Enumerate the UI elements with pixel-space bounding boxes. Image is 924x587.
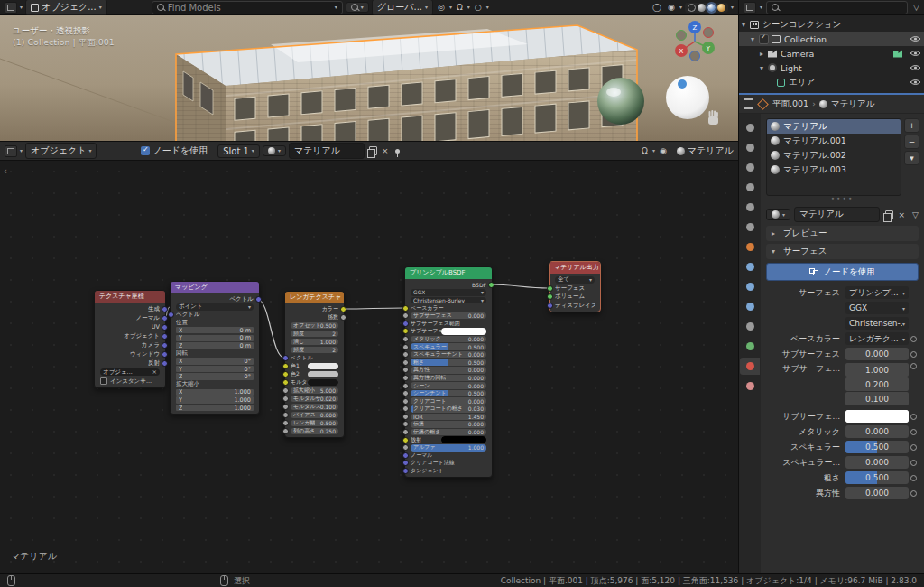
visibility-eye-icon[interactable] (910, 50, 921, 57)
node-row[interactable]: アルファ アルファ 1.000 (405, 443, 492, 452)
node-socket[interactable] (402, 437, 409, 443)
node-field[interactable]: オフセット 0.500 (291, 322, 338, 330)
list-resize-grip[interactable]: ∙∙∙∙ (766, 196, 919, 203)
transform-orientation-dropdown[interactable]: グローバ...▾ (372, 0, 433, 15)
node-row[interactable]: ノーマル ノーマル (405, 452, 492, 460)
node-header[interactable]: レンガテクスチャ (285, 292, 344, 303)
node-row[interactable]: サブサーフェス範囲 サブサーフェス範囲 (405, 320, 492, 328)
node-field[interactable]: X 0° (176, 358, 254, 365)
preview-panel-header[interactable]: ▸ プレビュー (766, 226, 919, 241)
property-field[interactable]: レンガテク... (845, 332, 909, 345)
property-field[interactable]: プリンシプ... (845, 286, 909, 299)
node-row[interactable]: カラー カラー (285, 305, 344, 313)
overlays-icon[interactable]: ◉ (666, 3, 677, 12)
node-row[interactable]: Y Y 0 m (171, 334, 259, 342)
search-filter-button[interactable]: ▾ (346, 2, 369, 13)
vector-field[interactable]: 0.200 (845, 377, 909, 391)
node-row[interactable]: 放射 放射 (405, 436, 492, 444)
node-row[interactable]: 頻度 頻度 2 (285, 346, 344, 354)
node-row[interactable]: カメラ カメラ (95, 340, 165, 349)
color-swatch[interactable] (308, 371, 338, 378)
material-preview-shading-icon[interactable] (707, 4, 716, 12)
node-field[interactable]: Y 1.000 (176, 396, 254, 404)
filter-icon[interactable]: ▽ (913, 3, 919, 12)
node-socket[interactable] (162, 342, 168, 349)
node-row[interactable]: Christensen-Burley Christensen-Burley (405, 296, 492, 304)
node-row[interactable]: 潰し 潰し 1.000 (285, 338, 344, 346)
slot-specials-button[interactable]: ▾ (904, 151, 919, 165)
node-field[interactable]: クリアコートの粗さ 0.030 (411, 405, 486, 413)
unlink-material-icon[interactable]: × (380, 146, 391, 155)
node-socket[interactable] (162, 315, 168, 321)
node-socket[interactable] (402, 452, 409, 459)
material-slot-row[interactable]: マテリアル (767, 119, 901, 134)
node-brick-texture[interactable]: レンガテクスチャ カラー カラー 係数 係数 オフセット (284, 291, 345, 438)
node-field[interactable]: ポイント (176, 303, 254, 311)
surface-panel-header[interactable]: ▾ サーフェス (766, 244, 919, 259)
node-row[interactable]: ディスプレイスメ... ディスプレイスメ... (550, 302, 600, 311)
node-field[interactable]: 全て (555, 276, 595, 284)
node-material-output[interactable]: マテリアル出力 全て 全て サーフェス サーフェス ボリューム (549, 261, 601, 312)
node-field[interactable]: バイアス 0.000 (291, 412, 338, 419)
node-row[interactable]: 拡大縮小 拡大縮小 5.000 (285, 387, 344, 395)
node-field[interactable]: 拡大縮小 5.000 (291, 387, 338, 395)
node-row[interactable]: オブジェクト オブジェクト (95, 331, 165, 340)
node-row[interactable]: 異方性 異方性 0.000 (405, 367, 492, 375)
proportional-editing-icon[interactable]: ○ (473, 3, 484, 12)
node-socket[interactable] (282, 387, 289, 394)
keyframe-dot[interactable] (910, 444, 917, 451)
properties-tab[interactable] (740, 219, 760, 236)
node-field[interactable]: Christensen-Burley (411, 297, 486, 304)
node-row[interactable]: ポイント ポイント (171, 303, 259, 312)
node-socket[interactable] (282, 371, 289, 377)
color-swatch[interactable] (441, 328, 486, 335)
disclosure-arrow-icon[interactable]: ▸ (760, 50, 768, 58)
node-field[interactable]: クリアコート 0.000 (411, 397, 486, 405)
node-field[interactable]: Y 0° (176, 366, 254, 373)
properties-tab[interactable] (740, 298, 760, 315)
node-header[interactable]: プリンシプルBSDF (405, 267, 492, 279)
node-socket[interactable] (547, 285, 553, 292)
node-field[interactable]: IOR 1.450 (411, 414, 486, 421)
properties-tab[interactable] (740, 119, 760, 136)
node-row[interactable]: クリアコート クリアコート 0.000 (405, 397, 492, 405)
properties-tab[interactable] (740, 338, 760, 355)
node-row[interactable]: ベクトル ベクトル (171, 311, 259, 319)
keyframe-dot[interactable] (910, 475, 917, 481)
node-field[interactable]: サブサーフェス 0.000 (411, 312, 486, 320)
node-row[interactable]: 生成 生成 (95, 304, 165, 313)
keyframe-dot[interactable] (910, 336, 917, 342)
editor-type-icon[interactable] (5, 2, 17, 14)
node-row[interactable]: Y Y 1.000 (171, 396, 259, 405)
node-row[interactable]: モルタル モルタル (285, 378, 344, 387)
node-socket[interactable] (162, 324, 168, 331)
node-socket[interactable] (162, 360, 168, 367)
node-row[interactable]: ボリューム ボリューム (550, 293, 600, 302)
node-row[interactable]: X X 0 m (171, 326, 259, 334)
properties-tab[interactable] (740, 358, 760, 375)
node-row[interactable]: Z Z 1.000 (171, 404, 259, 412)
node-field[interactable]: Z 0° (176, 373, 254, 380)
node-socket[interactable] (162, 351, 168, 358)
shading-dropdown-caret[interactable]: ▾ (731, 5, 734, 10)
show-gizmo-icon[interactable]: ◯ (651, 3, 663, 12)
property-field[interactable]: 0.000 (845, 487, 909, 499)
node-header[interactable]: マテリアル出力 (550, 262, 600, 274)
properties-tab[interactable] (740, 238, 760, 256)
3d-viewport[interactable]: Z X Y ユーザー・透視投影 (1) Collection | 平面.001 (0, 15, 738, 141)
node-field[interactable]: 放射 (441, 436, 486, 443)
color-swatch[interactable] (845, 410, 909, 423)
node-row[interactable]: タンジェント タンジェント (405, 467, 492, 475)
node-field[interactable]: スペキュラーチント 0.000 (411, 351, 486, 359)
node-row[interactable]: 伝播の粗さ 伝播の粗さ 0.000 (405, 428, 492, 436)
properties-tab[interactable] (740, 318, 760, 335)
visibility-eye-icon[interactable] (910, 35, 921, 42)
editor-type-icon[interactable] (5, 145, 17, 157)
node-field[interactable]: 頻度 2 (291, 331, 338, 338)
outliner-row[interactable]: ▸ Camera (739, 46, 924, 61)
node-socket[interactable] (402, 375, 409, 381)
collection-checkbox[interactable] (759, 34, 769, 44)
pivot-point-icon[interactable]: ◎ (436, 3, 447, 12)
node-row[interactable]: シーン シーン 0.000 (405, 382, 492, 390)
node-field[interactable]: シーン 0.000 (411, 382, 486, 389)
